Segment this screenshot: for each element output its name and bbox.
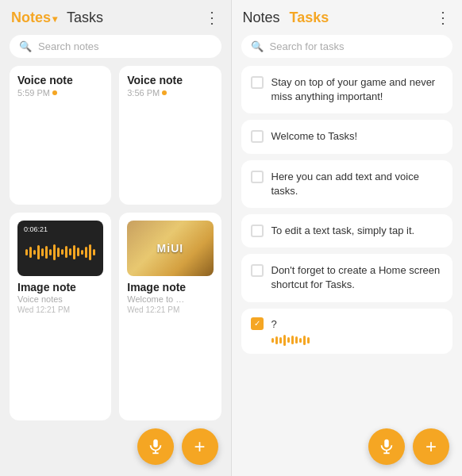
waveform-bar (89, 244, 91, 260)
image-note-2-subtitle: Welcome to … (127, 294, 213, 304)
tasks-panel: Notes Tasks ⋮ 🔍 Search for tasks Stay on… (232, 0, 463, 476)
tasks-microphone-icon (378, 438, 395, 455)
voice-note-2-timestamp: 3:56 PM (127, 88, 160, 98)
notes-tab-active[interactable]: Notes▾ (11, 10, 57, 26)
miui-label-text: MiUI (157, 242, 184, 255)
task-4-checkbox[interactable] (251, 225, 264, 237)
note-card-voice-1[interactable]: Voice note 5:59 PM (10, 66, 111, 205)
task-5-checkbox[interactable] (251, 264, 264, 277)
svg-rect-3 (384, 440, 389, 447)
voice-fab-button[interactable] (137, 428, 174, 465)
task-voice-bar (287, 337, 290, 343)
task-item-6[interactable]: ? (241, 309, 453, 354)
search-icon: 🔍 (19, 40, 32, 52)
task-voice-bar (307, 337, 310, 344)
note-card-voice-2[interactable]: Voice note 3:56 PM (119, 66, 221, 205)
tasks-search-bar[interactable]: 🔍 Search for tasks (241, 35, 453, 58)
notes-header: Notes▾ Tasks ⋮ (0, 0, 231, 32)
microphone-icon (147, 438, 164, 455)
notes-tab-tasks-panel[interactable]: Notes (243, 10, 280, 26)
waveform-duration: 0:06:21 (24, 225, 48, 233)
task-2-checkbox[interactable] (251, 130, 264, 143)
task-item-4[interactable]: To edit a text task, simply tap it. (241, 214, 453, 248)
waveform-bar (61, 249, 64, 255)
task-3-text: Here you can add text and voice tasks. (271, 170, 444, 198)
waveform-bar (33, 250, 36, 255)
waveform-bar (65, 246, 67, 258)
task-voice-bar (299, 338, 302, 343)
svg-rect-0 (153, 440, 158, 447)
task-voice-bar (279, 337, 282, 344)
tasks-fab-area: + (232, 420, 463, 476)
task-6-text: ? (271, 318, 277, 330)
image-note-1-title: Image note (17, 281, 103, 294)
notes-label: Notes (11, 10, 51, 25)
waveform-bar (49, 249, 52, 255)
notes-search-placeholder: Search notes (38, 40, 99, 52)
task-voice-bar (295, 336, 298, 344)
waveform-bars (25, 244, 95, 260)
waveform-bar (41, 248, 44, 256)
waveform-bar (45, 246, 48, 259)
more-menu-icon[interactable]: ⋮ (204, 8, 220, 27)
task-6-checkbox[interactable] (251, 317, 264, 330)
task-voice-bar (303, 336, 306, 345)
task-6-voice-waveform (271, 335, 310, 346)
waveform-bar (77, 248, 79, 256)
audio-waveform-thumb: 0:06:21 (17, 221, 103, 276)
waveform-bar (57, 248, 60, 257)
dropdown-arrow-icon: ▾ (52, 13, 57, 25)
waveform-bar (53, 244, 56, 260)
tasks-tab-inactive[interactable]: Tasks (67, 10, 103, 26)
image-note-2-date: Wed 12:21 PM (127, 305, 213, 314)
note-card-audio-image[interactable]: 0:06:21 (10, 213, 111, 421)
waveform-bar (73, 245, 75, 259)
task-item-1[interactable]: Stay on top of your game and never miss … (241, 66, 453, 113)
tasks-add-icon: + (425, 437, 437, 456)
task-3-checkbox[interactable] (251, 171, 264, 183)
tasks-voice-fab-button[interactable] (368, 428, 405, 465)
tasks-search-placeholder: Search for tasks (270, 40, 345, 52)
tasks-search-icon: 🔍 (251, 40, 264, 52)
task-item-3[interactable]: Here you can add text and voice tasks. (241, 160, 453, 208)
task-1-checkbox[interactable] (251, 76, 264, 89)
notes-search-bar[interactable]: 🔍 Search notes (10, 35, 221, 58)
tasks-more-icon[interactable]: ⋮ (435, 8, 451, 27)
image-note-2-title: Image note (127, 281, 213, 294)
task-voice-bar (291, 336, 294, 344)
voice-note-2-dot (162, 90, 167, 95)
waveform-bar (69, 248, 71, 255)
voice-note-1-title: Voice note (17, 74, 103, 86)
voice-note-2-title: Voice note (127, 74, 213, 86)
task-item-5[interactable]: Don't forget to create a Home screen sho… (241, 254, 453, 301)
notes-panel: Notes▾ Tasks ⋮ 🔍 Search notes Voice note… (0, 0, 231, 476)
task-1-text: Stay on top of your game and never miss … (271, 75, 444, 104)
voice-note-2-time: 3:56 PM (127, 88, 213, 98)
task-item-2[interactable]: Welcome to Tasks! (241, 120, 453, 153)
image-note-1-date: Wed 12:21 PM (17, 305, 103, 314)
task-voice-bar (271, 338, 274, 343)
image-note-1-subtitle: Voice notes (17, 294, 103, 304)
notes-fab-area: + (0, 420, 231, 476)
task-5-text: Don't forget to create a Home screen sho… (271, 263, 444, 292)
waveform-bar (85, 247, 87, 258)
task-voice-bar (275, 336, 278, 344)
task-4-text: To edit a text task, simply tap it. (271, 224, 415, 238)
tasks-tab-active[interactable]: Tasks (290, 10, 329, 26)
voice-note-1-time: 5:59 PM (17, 88, 103, 98)
task-2-text: Welcome to Tasks! (271, 129, 358, 144)
task-6-content: ? (271, 317, 310, 346)
waveform-bar (37, 245, 40, 259)
add-note-fab-button[interactable]: + (182, 428, 218, 465)
voice-note-1-timestamp: 5:59 PM (17, 88, 50, 98)
waveform-bar (93, 249, 95, 255)
tasks-header: Notes Tasks ⋮ (232, 0, 463, 32)
waveform-bar (25, 249, 28, 255)
note-card-miui-image[interactable]: MiUI Image note Welcome to … Wed 12:21 P… (119, 213, 221, 421)
waveform-bar (81, 250, 83, 255)
task-list: Stay on top of your game and never miss … (232, 66, 463, 420)
notes-grid: Voice note 5:59 PM Voice note 3:56 PM 0:… (0, 66, 231, 420)
add-task-fab-button[interactable]: + (413, 428, 449, 465)
waveform-bar (29, 247, 32, 258)
add-icon: + (194, 437, 205, 456)
